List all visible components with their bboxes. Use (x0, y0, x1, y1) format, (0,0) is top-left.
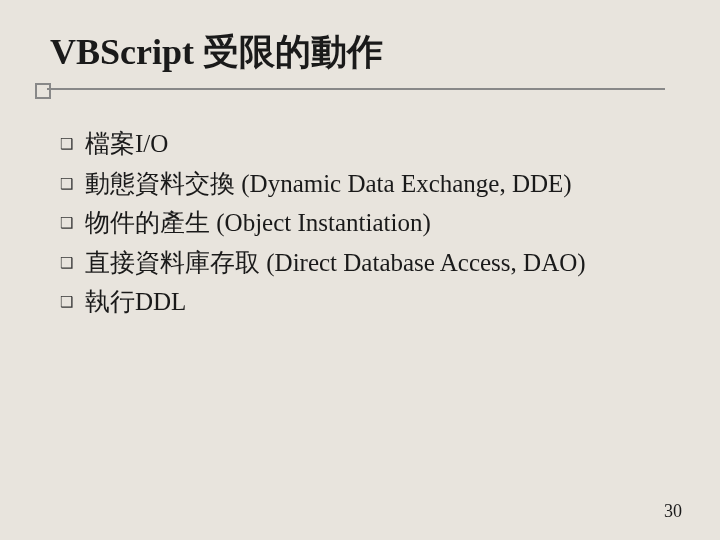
bullet-icon: ❑ (60, 252, 73, 275)
slide-container: VBScript 受限的動作 ❑ 檔案I/O ❑ 動態資料交換 (Dynamic… (0, 0, 720, 540)
list-item-text: 動態資料交換 (Dynamic Data Exchange, DDE) (85, 165, 680, 203)
list-item-text: 物件的產生 (Object Instantiation) (85, 204, 680, 242)
bullet-icon: ❑ (60, 291, 73, 314)
slide-title: VBScript 受限的動作 (50, 28, 680, 77)
bullet-icon: ❑ (60, 173, 73, 196)
title-underline (35, 83, 665, 87)
list-item-text: 執行DDL (85, 283, 680, 321)
bullet-icon: ❑ (60, 133, 73, 156)
page-number: 30 (664, 501, 682, 522)
list-item: ❑ 直接資料庫存取 (Direct Database Access, DAO) (60, 244, 680, 282)
list-item: ❑ 檔案I/O (60, 125, 680, 163)
bullet-icon: ❑ (60, 212, 73, 235)
list-item: ❑ 物件的產生 (Object Instantiation) (60, 204, 680, 242)
list-item-text: 直接資料庫存取 (Direct Database Access, DAO) (85, 244, 680, 282)
list-item: ❑ 執行DDL (60, 283, 680, 321)
list-item: ❑ 動態資料交換 (Dynamic Data Exchange, DDE) (60, 165, 680, 203)
list-item-text: 檔案I/O (85, 125, 680, 163)
bullet-list: ❑ 檔案I/O ❑ 動態資料交換 (Dynamic Data Exchange,… (60, 125, 680, 321)
